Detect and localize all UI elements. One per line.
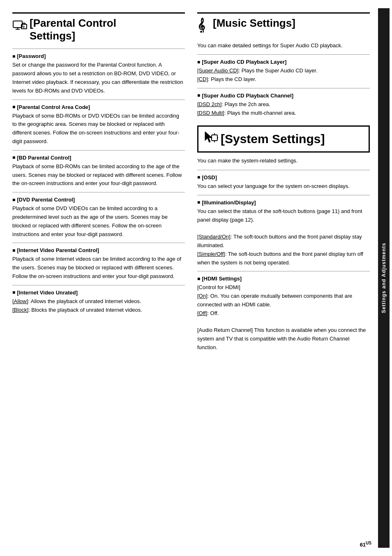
subsection-parental-control-area-code: [Parental Control Area Code] Playback of…	[12, 104, 185, 146]
page-number: 61US	[360, 541, 371, 548]
internet-video-unrated-title: [Internet Video Unrated]	[12, 290, 185, 296]
parental-control-icon	[12, 18, 27, 36]
side-tab-label: Settings and Adjustments	[381, 243, 387, 313]
svg-rect-8	[212, 135, 217, 141]
system-intro: You can make the system-related settings…	[197, 157, 370, 165]
block-link: [Block]	[12, 307, 28, 313]
hdmi-off-text: : Off.	[207, 310, 219, 316]
subsection-bd-parental: [BD Parental Control] Playback of some B…	[12, 155, 185, 188]
subsection-illumination: [Illumination/Display] You can select th…	[197, 199, 370, 267]
divider-area-code	[12, 100, 185, 100]
allow-text: : Allows the playback of unrated Interne…	[28, 298, 141, 304]
subsection-super-audio-layer: [Super Audio CD Playback Layer] [Super A…	[197, 59, 370, 84]
super-audio-cd-text: : Plays the Super Audio CD layer.	[238, 67, 317, 74]
subsection-internet-video-unrated: [Internet Video Unrated] [Allow]: Allows…	[12, 290, 185, 315]
osd-body: You can select your language for the sys…	[197, 182, 370, 191]
super-audio-channel-body: [DSD 2ch]: Plays the 2ch area. [DSD Mult…	[197, 100, 370, 118]
subsection-hdmi: [HDMI Settings] [Control for HDMI] [On]:…	[197, 276, 370, 352]
divider-dvd-parental	[12, 192, 185, 192]
parental-control-title-block: [Parental Control Settings]	[12, 12, 185, 42]
divider-hdmi	[197, 271, 370, 271]
subsection-osd: [OSD] You can select your language for t…	[197, 174, 370, 191]
simple-off-link: [Simple/Off]	[197, 251, 225, 257]
page-container: [Parental Control Settings] [Password] S…	[0, 0, 392, 556]
illumination-body: You can select the status of the soft-to…	[197, 207, 370, 267]
super-audio-layer-title: [Super Audio CD Playback Layer]	[197, 59, 370, 65]
divider-super-audio-channel	[197, 88, 370, 88]
dsd-2ch-text: : Plays the 2ch area.	[221, 101, 270, 107]
svg-rect-0	[13, 21, 22, 28]
music-intro: You can make detailed settings for Super…	[197, 42, 370, 50]
svg-text:𝄞: 𝄞	[197, 18, 205, 32]
cd-text: : Plays the CD layer.	[208, 76, 256, 82]
parental-control-title-text: [Parental Control Settings]	[30, 17, 116, 42]
music-title-block: 𝄞 [Music Settings]	[197, 12, 370, 35]
bd-parental-body: Playback of some BD-ROMs can be limited …	[12, 162, 185, 188]
divider-internet-video-parental	[12, 243, 185, 243]
internet-video-parental-body: Playback of some Internet videos can be …	[12, 255, 185, 280]
music-settings-title: 𝄞 [Music Settings]	[197, 17, 370, 35]
music-icon-svg: 𝄞	[197, 18, 210, 32]
hdmi-arc-text: [Audio Return Channel] This function is …	[197, 327, 366, 350]
right-column: 𝄞 [Music Settings] You can make detailed…	[193, 8, 378, 548]
bd-parental-title: [BD Parental Control]	[12, 155, 185, 161]
system-icon	[203, 130, 218, 148]
internet-video-unrated-body: [Allow]: Allows the playback of unrated …	[12, 297, 185, 315]
hdmi-off-link: [Off]	[197, 310, 207, 316]
dsd-multi-link: [DSD Multi]	[197, 110, 224, 116]
dsd-multi-text: : Plays the multi-channel area.	[224, 110, 296, 116]
hdmi-body: [Control for HDMI] [On]: On. You can ope…	[197, 283, 370, 352]
illumination-title: [Illumination/Display]	[197, 199, 370, 206]
svg-point-4	[23, 26, 25, 27]
divider-bd-parental	[12, 150, 185, 151]
divider-super-audio-layer	[197, 54, 370, 55]
main-content: [Parental Control Settings] [Password] S…	[8, 8, 392, 548]
system-icon-svg	[203, 130, 218, 145]
cd-link: [CD]	[197, 76, 208, 82]
subsection-dvd-parental: [DVD Parental Control] Playback of some …	[12, 197, 185, 239]
divider-internet-video-unrated	[12, 285, 185, 285]
super-audio-cd-link: [Super Audio CD]	[197, 67, 238, 74]
music-icon: 𝄞	[197, 18, 210, 35]
side-tab: Settings and Adjustments	[378, 8, 390, 548]
hdmi-title: [HDMI Settings]	[197, 276, 370, 282]
page-suffix: US	[366, 541, 371, 545]
hdmi-body-intro: [Control for HDMI]	[197, 284, 240, 290]
parental-area-code-body: Playback of some BD-ROMs or DVD VIDEOs c…	[12, 112, 185, 146]
subsection-super-audio-channel: [Super Audio CD Playback Channel] [DSD 2…	[197, 93, 370, 118]
dsd-2ch-link: [DSD 2ch]	[197, 101, 221, 107]
osd-title: [OSD]	[197, 174, 370, 181]
super-audio-layer-body: [Super Audio CD]: Plays the Super Audio …	[197, 67, 370, 84]
dvd-parental-body: Playback of some DVD VIDEOs can be limit…	[12, 204, 185, 239]
divider-osd	[197, 170, 370, 170]
parental-icon-svg	[12, 18, 27, 33]
password-title: [Password]	[12, 53, 185, 59]
allow-link: [Allow]	[12, 298, 28, 304]
parental-area-code-title: [Parental Control Area Code]	[12, 104, 185, 110]
system-settings-title-block: [System Settings]	[197, 125, 370, 153]
dvd-parental-title: [DVD Parental Control]	[12, 197, 185, 203]
block-text: : Blocks the playback of unrated Interne…	[28, 307, 142, 313]
left-column: [Parental Control Settings] [Password] S…	[8, 8, 193, 548]
hdmi-on-text: : On. You can operate mutually between c…	[197, 293, 352, 308]
password-body: Set or change the password for the Paren…	[12, 61, 185, 95]
subsection-internet-video-parental: [Internet Video Parental Control] Playba…	[12, 247, 185, 280]
hdmi-on-link: [On]	[197, 293, 208, 299]
svg-marker-7	[205, 132, 212, 142]
parental-control-title: [Parental Control Settings]	[12, 17, 185, 42]
divider-password	[12, 49, 185, 49]
subsection-password: [Password] Set or change the password fo…	[12, 53, 185, 95]
internet-video-parental-title: [Internet Video Parental Control]	[12, 247, 185, 253]
standard-on-link: [Standard/On]	[197, 234, 231, 240]
divider-illumination	[197, 195, 370, 195]
super-audio-channel-title: [Super Audio CD Playback Channel]	[197, 93, 370, 99]
